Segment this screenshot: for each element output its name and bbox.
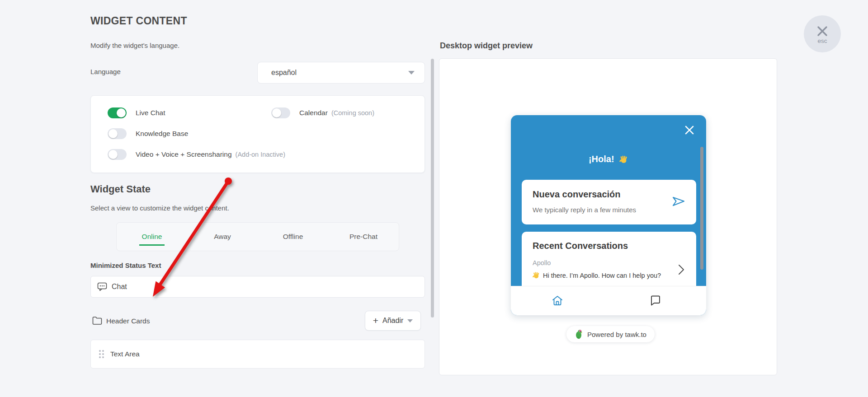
recent-message-text: Hi there. I’m Apollo. How can I help you… xyxy=(543,272,661,279)
drag-handle-icon[interactable] xyxy=(99,350,104,358)
preview-title: Desktop widget preview xyxy=(440,41,533,51)
video-voice-toggle[interactable] xyxy=(108,149,127,160)
toggle-knob xyxy=(272,108,281,117)
language-label: Language xyxy=(90,68,121,75)
tab-offline[interactable]: Offline xyxy=(258,223,328,251)
feature-row-knowledge-base: Knowledge Base xyxy=(108,128,408,139)
close-x-icon[interactable] xyxy=(684,125,694,135)
calendar-label: Calendar xyxy=(299,109,328,117)
chevron-right-icon[interactable] xyxy=(678,264,684,275)
toggle-knob xyxy=(108,150,118,159)
minimized-status-input[interactable] xyxy=(112,283,418,291)
language-selected-value: español xyxy=(271,69,408,77)
page-title: WIDGET CONTENT xyxy=(90,15,187,27)
live-chat-toggle[interactable] xyxy=(108,107,127,118)
tab-pre-chat[interactable]: Pre-Chat xyxy=(328,223,399,251)
widget-greeting: ¡Hola! xyxy=(511,154,706,164)
minimized-status-label: Minimized Status Text xyxy=(90,262,161,269)
chat-bubble-icon xyxy=(97,282,107,291)
tab-online[interactable]: Online xyxy=(117,223,187,251)
widget-state-title: Widget State xyxy=(90,183,151,195)
widget-footer-nav xyxy=(511,286,706,315)
header-card-item-label: Text Area xyxy=(110,350,140,358)
waving-hand-icon xyxy=(533,271,540,279)
toggle-knob xyxy=(108,129,118,138)
greeting-text: ¡Hola! xyxy=(589,154,614,164)
waving-hand-icon xyxy=(619,155,628,164)
feature-row-calendar: Calendar (Coming soon) xyxy=(271,107,374,118)
send-paper-plane-icon[interactable] xyxy=(672,195,685,208)
widget-state-subtitle: Select a view to customize the widget co… xyxy=(90,204,229,212)
video-voice-label: Video + Voice + Screensharing xyxy=(136,150,232,159)
add-button-label: Añadir xyxy=(382,317,403,325)
page-subtitle: Modify the widget's language. xyxy=(90,42,179,49)
calendar-note: (Coming soon) xyxy=(331,109,374,117)
video-voice-note: (Add-on Inactive) xyxy=(236,151,285,158)
knowledge-base-label: Knowledge Base xyxy=(136,130,188,138)
language-select[interactable]: español xyxy=(257,62,425,84)
chevron-down-icon xyxy=(407,319,413,322)
powered-by-text: Powered by tawk.to xyxy=(587,331,646,338)
live-chat-label: Live Chat xyxy=(136,109,165,117)
feature-row-video-voice: Video + Voice + Screensharing (Add-on In… xyxy=(108,149,408,160)
add-header-card-button[interactable]: + Añadir xyxy=(365,311,421,331)
home-icon[interactable] xyxy=(552,295,563,307)
chat-widget-preview: ¡Hola! Nueva conversación We typically r… xyxy=(511,115,706,315)
calendar-toggle[interactable] xyxy=(271,107,290,118)
recent-message: Hi there. I’m Apollo. How can I help you… xyxy=(533,271,661,279)
recent-agent-name: Apollo xyxy=(533,259,551,266)
plus-icon: + xyxy=(373,316,378,325)
new-conversation-subtitle: We typically reply in a few minutes xyxy=(533,206,636,214)
minimized-status-field[interactable] xyxy=(90,276,425,298)
powered-by-badge[interactable]: Powered by tawk.to xyxy=(566,326,655,342)
widget-scrollbar[interactable] xyxy=(700,147,703,270)
toggle-knob xyxy=(117,108,126,117)
recent-conversations-title: Recent Conversations xyxy=(533,241,628,251)
header-cards-label: Header Cards xyxy=(106,317,150,325)
close-x-icon xyxy=(815,24,830,38)
knowledge-base-toggle[interactable] xyxy=(108,128,127,139)
new-conversation-card[interactable]: Nueva conversación We typically reply in… xyxy=(522,180,696,224)
folder-icon xyxy=(92,316,102,325)
feature-toggles-panel: Live Chat Calendar (Coming soon) Knowled… xyxy=(90,95,425,173)
tab-away[interactable]: Away xyxy=(187,223,258,251)
widget-state-tabs: Online Away Offline Pre-Chat xyxy=(116,222,399,251)
esc-close-button[interactable]: esc xyxy=(804,15,841,52)
chat-bubble-icon[interactable] xyxy=(650,295,661,307)
new-conversation-title: Nueva conversación xyxy=(533,189,621,200)
esc-label: esc xyxy=(817,37,827,44)
left-panel-scrollbar[interactable] xyxy=(431,59,434,318)
chevron-down-icon xyxy=(408,71,415,75)
header-card-item[interactable]: Text Area xyxy=(90,340,425,369)
parrot-logo-icon xyxy=(575,329,584,339)
feature-row-live-chat: Live Chat Calendar (Coming soon) xyxy=(108,107,408,118)
